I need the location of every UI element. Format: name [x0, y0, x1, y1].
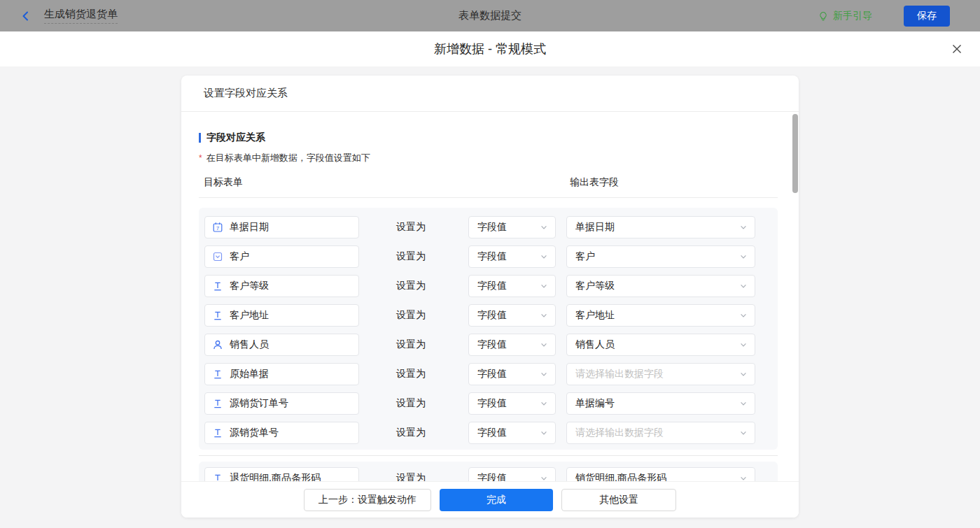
target-field-label: 源销货单号	[230, 427, 279, 439]
column-target-form: 目标表单	[204, 176, 243, 189]
target-field-box: 源销货单号	[204, 422, 359, 444]
chevron-down-icon	[540, 341, 548, 349]
column-headers: 目标表单 输出表字段	[199, 176, 778, 190]
target-field-label: 源销货订单号	[230, 397, 288, 410]
lightbulb-icon	[818, 10, 829, 22]
output-field-select[interactable]: 客户	[566, 245, 755, 268]
target-field-box: 客户	[204, 245, 359, 268]
set-as-label: 设置为	[396, 309, 428, 322]
value-mode-text: 字段值	[477, 338, 507, 351]
set-as-label: 设置为	[396, 338, 428, 351]
output-field-text: 销售人员	[575, 338, 615, 351]
output-field-text: 请选择输出数据字段	[575, 427, 664, 439]
output-field-select[interactable]: 请选择输出数据字段	[566, 363, 755, 385]
screen: 生成销货退货单 表单数据提交 新手引导 保存 新增数据 - 常规模式 设置字段对…	[0, 0, 980, 528]
field-mapping-row: 客户 设置为 字段值 客户	[199, 245, 778, 268]
value-mode-text: 字段值	[477, 280, 507, 292]
section-hint: * 在目标表单中新增数据，字段值设置如下	[199, 152, 778, 164]
set-as-label: 设置为	[396, 397, 428, 410]
set-as-label: 设置为	[396, 221, 428, 234]
card-header-title: 设置字段对应关系	[181, 76, 799, 112]
output-field-text: 请选择输出数据字段	[575, 368, 664, 380]
prev-step-button[interactable]: 上一步：设置触发动作	[304, 489, 431, 511]
output-field-select[interactable]: 销售人员	[566, 334, 755, 356]
value-mode-select[interactable]: 字段值	[468, 304, 556, 327]
field-mapping-row: 客户地址 设置为 字段值 客户地址	[199, 304, 778, 327]
value-mode-select[interactable]: 字段值	[468, 392, 556, 415]
field-mapping-row: 客户等级 设置为 字段值 客户等级	[199, 275, 778, 297]
beginner-guide-link[interactable]: 新手引导	[818, 10, 872, 22]
target-field-label: 单据日期	[230, 221, 269, 234]
done-button[interactable]: 完成	[440, 489, 553, 511]
back-button[interactable]	[20, 10, 32, 22]
value-mode-text: 字段值	[477, 427, 507, 439]
field-mapping-card: 设置字段对应关系 字段对应关系 * 在目标表单中新增数据，字段值设置如下 目标表…	[181, 76, 799, 518]
user-icon	[212, 339, 223, 350]
value-mode-select[interactable]: 字段值	[468, 422, 556, 444]
target-field-box: 原始单据	[204, 363, 359, 385]
close-icon[interactable]	[951, 43, 962, 55]
select-icon	[212, 251, 223, 262]
target-field-box: 源销货订单号	[204, 392, 359, 415]
output-field-select[interactable]: 单据日期	[566, 216, 755, 238]
field-mapping-row: 原始单据 设置为 字段值 请选择输出数据字段	[199, 363, 778, 385]
output-field-select[interactable]: 单据编号	[566, 392, 755, 415]
chevron-left-icon	[20, 10, 32, 22]
svg-text:7: 7	[216, 225, 220, 231]
required-mark: *	[199, 153, 202, 163]
modal-body: 设置字段对应关系 字段对应关系 * 在目标表单中新增数据，字段值设置如下 目标表…	[0, 66, 980, 528]
value-mode-select[interactable]: 字段值	[468, 363, 556, 385]
chevron-down-icon	[540, 311, 548, 320]
value-mode-text: 字段值	[477, 368, 507, 380]
field-mapping-row: 销售人员 设置为 字段值 销售人员	[199, 334, 778, 356]
target-field-box: 客户等级	[204, 275, 359, 297]
chevron-down-icon	[739, 341, 748, 349]
value-mode-select[interactable]: 字段值	[468, 216, 556, 238]
group-divider	[199, 455, 778, 456]
scrollbar-thumb[interactable]	[792, 114, 798, 193]
output-field-select[interactable]: 客户等级	[566, 275, 755, 297]
hint-text: 在目标表单中新增数据，字段值设置如下	[206, 152, 370, 164]
chevron-down-icon	[540, 223, 548, 231]
value-mode-select[interactable]: 字段值	[468, 334, 556, 356]
target-field-label: 客户等级	[230, 280, 269, 292]
chevron-down-icon	[739, 282, 748, 290]
card-body: 字段对应关系 * 在目标表单中新增数据，字段值设置如下 目标表单 输出表字段 7…	[181, 131, 799, 495]
chevron-down-icon	[739, 429, 748, 437]
target-field-label: 销售人员	[230, 338, 269, 351]
save-button[interactable]: 保存	[904, 6, 950, 27]
set-as-label: 设置为	[396, 280, 428, 292]
target-field-box: 客户地址	[204, 304, 359, 327]
chevron-down-icon	[540, 429, 548, 437]
value-mode-text: 字段值	[477, 221, 507, 234]
output-field-select[interactable]: 请选择输出数据字段	[566, 422, 755, 444]
modal-title: 新增数据 - 常规模式	[434, 41, 546, 57]
field-mapping-row: 源销货单号 设置为 字段值 请选择输出数据字段	[199, 422, 778, 444]
output-field-text: 客户地址	[575, 309, 615, 322]
field-mapping-row: 源销货订单号 设置为 字段值 单据编号	[199, 392, 778, 415]
value-mode-select[interactable]: 字段值	[468, 245, 556, 268]
section-accent-bar	[199, 133, 201, 143]
other-settings-button[interactable]: 其他设置	[561, 489, 676, 511]
calendar-icon: 7	[212, 222, 223, 233]
value-mode-text: 字段值	[477, 397, 507, 410]
text-icon	[212, 280, 223, 292]
header-divider	[199, 197, 778, 198]
text-icon	[212, 310, 223, 321]
value-mode-select[interactable]: 字段值	[468, 275, 556, 297]
chevron-down-icon	[739, 311, 748, 320]
value-mode-text: 字段值	[477, 309, 507, 322]
text-icon	[212, 369, 223, 380]
set-as-label: 设置为	[396, 368, 428, 380]
output-field-text: 客户等级	[575, 280, 615, 292]
output-field-select[interactable]: 客户地址	[566, 304, 755, 327]
flow-title[interactable]: 生成销货退货单	[44, 8, 118, 24]
set-as-label: 设置为	[396, 427, 428, 439]
chevron-down-icon	[739, 223, 748, 231]
chevron-down-icon	[540, 399, 548, 408]
field-mapping-row: 7 单据日期 设置为 字段值 单据日期	[199, 216, 778, 238]
column-output-fields: 输出表字段	[570, 176, 619, 189]
chevron-down-icon	[540, 370, 548, 378]
output-field-text: 单据编号	[575, 397, 615, 410]
chevron-down-icon	[739, 252, 748, 261]
